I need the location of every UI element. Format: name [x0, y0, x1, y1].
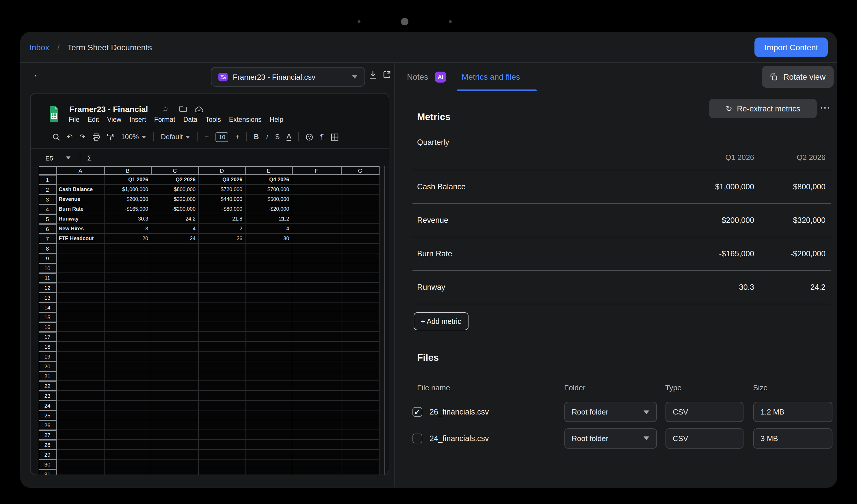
cell-B10[interactable] — [104, 263, 151, 273]
cell-B14[interactable] — [104, 302, 151, 312]
cell-C3[interactable]: $320,000 — [151, 194, 198, 204]
breadcrumb-inbox-link[interactable]: Inbox — [30, 42, 49, 52]
cell-G23[interactable] — [341, 391, 379, 401]
cell-A30[interactable] — [56, 459, 104, 469]
cell-A4[interactable]: Burn Rate — [56, 204, 104, 214]
type-field[interactable]: CSV — [665, 402, 743, 422]
cell-A27[interactable] — [56, 430, 104, 440]
cell-C18[interactable] — [151, 342, 198, 352]
cell-F27[interactable] — [292, 430, 341, 440]
cell-C19[interactable] — [151, 352, 198, 361]
cell-G25[interactable] — [341, 411, 379, 420]
cell-C24[interactable] — [151, 401, 198, 411]
cell-A6[interactable]: New Hires — [56, 224, 104, 234]
open-in-window-icon[interactable] — [383, 70, 391, 79]
format-style-select[interactable]: Default — [161, 133, 190, 141]
cell-A29[interactable] — [56, 450, 104, 459]
row-header-28[interactable]: 28 — [38, 440, 56, 450]
cell-A5[interactable]: Runway — [56, 214, 104, 224]
cell-D31[interactable] — [198, 469, 245, 474]
row-header-17[interactable]: 17 — [38, 332, 56, 342]
cell-F25[interactable] — [292, 411, 341, 420]
cell-F29[interactable] — [292, 450, 341, 459]
folder-select[interactable]: Root folder — [564, 428, 657, 448]
cell-F15[interactable] — [292, 312, 341, 322]
cell-G12[interactable] — [341, 283, 379, 293]
cell-D20[interactable] — [198, 361, 245, 371]
cell-E26[interactable] — [245, 420, 292, 430]
cell-B16[interactable] — [104, 322, 151, 332]
cell-G29[interactable] — [341, 450, 379, 459]
cell-C20[interactable] — [151, 361, 198, 371]
cell-B26[interactable] — [104, 420, 151, 430]
print-icon[interactable] — [92, 133, 100, 141]
cell-E28[interactable] — [245, 440, 292, 450]
cell-E7[interactable]: 30 — [245, 234, 292, 244]
paint-format-icon[interactable] — [106, 133, 114, 141]
cell-E9[interactable] — [245, 254, 292, 263]
cell-C23[interactable] — [151, 391, 198, 401]
row-header-15[interactable]: 15 — [38, 312, 56, 322]
cell-B20[interactable] — [104, 361, 151, 371]
row-header-19[interactable]: 19 — [38, 352, 56, 361]
cell-G26[interactable] — [341, 420, 379, 430]
redo-icon[interactable]: ↷ — [80, 133, 85, 141]
cell-A19[interactable] — [56, 352, 104, 361]
cell-E10[interactable] — [245, 263, 292, 273]
cell-G6[interactable] — [341, 224, 379, 234]
cell-C6[interactable]: 4 — [151, 224, 198, 234]
cell-A10[interactable] — [56, 263, 104, 273]
cell-B19[interactable] — [104, 352, 151, 361]
cell-name-box[interactable]: E5 — [45, 154, 53, 161]
sheet-menu-extensions[interactable]: Extensions — [229, 116, 262, 123]
cell-A1[interactable] — [56, 175, 104, 185]
cell-D21[interactable] — [198, 371, 245, 381]
row-header-1[interactable]: 1 — [38, 175, 56, 185]
cell-F11[interactable] — [292, 273, 341, 283]
text-color-button[interactable]: A — [287, 133, 291, 141]
cell-F24[interactable] — [292, 401, 341, 411]
zoom-select[interactable]: 100% — [121, 133, 146, 141]
cell-A17[interactable] — [56, 332, 104, 342]
cell-G22[interactable] — [341, 381, 379, 391]
cell-E27[interactable] — [245, 430, 292, 440]
cell-D16[interactable] — [198, 322, 245, 332]
cell-B17[interactable] — [104, 332, 151, 342]
strikethrough-button[interactable]: S — [275, 133, 280, 141]
folder-select[interactable]: Root folder — [564, 402, 657, 422]
cell-F16[interactable] — [292, 322, 341, 332]
cell-G15[interactable] — [341, 312, 379, 322]
cell-C22[interactable] — [151, 381, 198, 391]
cell-F7[interactable] — [292, 234, 341, 244]
file-selector-dropdown[interactable]: Framer23 - Financial.csv — [211, 67, 365, 87]
row-header-30[interactable]: 30 — [38, 459, 56, 469]
cell-C11[interactable] — [151, 273, 198, 283]
cell-E24[interactable] — [245, 401, 292, 411]
row-header-18[interactable]: 18 — [38, 342, 56, 352]
cell-A16[interactable] — [56, 322, 104, 332]
cell-E14[interactable] — [245, 302, 292, 312]
chevron-down-icon[interactable] — [66, 156, 70, 159]
row-header-23[interactable]: 23 — [38, 391, 56, 401]
cell-B30[interactable] — [104, 459, 151, 469]
cell-C9[interactable] — [151, 254, 198, 263]
row-header-13[interactable]: 13 — [38, 293, 56, 302]
cell-A31[interactable] — [56, 469, 104, 474]
cell-A9[interactable] — [56, 254, 104, 263]
cell-E22[interactable] — [245, 381, 292, 391]
cell-F19[interactable] — [292, 352, 341, 361]
row-header-11[interactable]: 11 — [38, 273, 56, 283]
row-header-3[interactable]: 3 — [38, 194, 56, 204]
cell-A7[interactable]: FTE Headcout — [56, 234, 104, 244]
cell-C28[interactable] — [151, 440, 198, 450]
font-size-field[interactable]: 10 — [216, 132, 229, 142]
cell-G31[interactable] — [341, 469, 379, 474]
cell-E1[interactable]: Q4 2026 — [245, 175, 292, 185]
cell-C26[interactable] — [151, 420, 198, 430]
cell-G24[interactable] — [341, 401, 379, 411]
cell-E25[interactable] — [245, 411, 292, 420]
sheet-menu-help[interactable]: Help — [269, 116, 283, 123]
cell-C27[interactable] — [151, 430, 198, 440]
cell-D23[interactable] — [198, 391, 245, 401]
row-header-29[interactable]: 29 — [38, 450, 56, 459]
